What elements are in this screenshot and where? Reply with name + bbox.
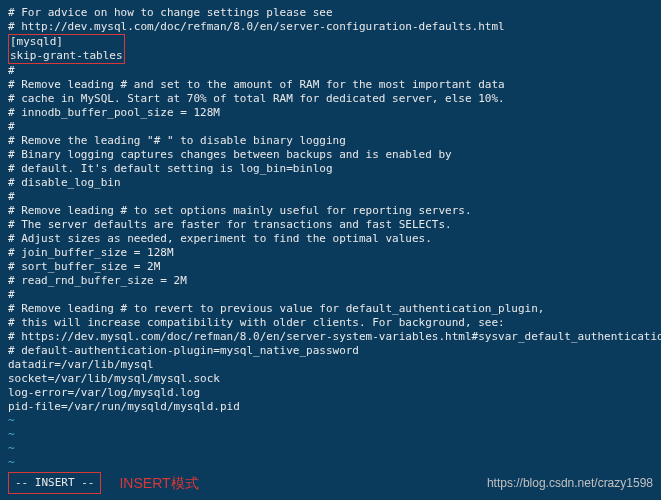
terminal-editor[interactable]: # For advice on how to change settings p… [0, 0, 661, 500]
config-line: # [8, 120, 653, 134]
config-line: # this will increase compatibility with … [8, 316, 653, 330]
mode-label: INSERT模式 [119, 476, 198, 490]
config-line: # read_rnd_buffer_size = 2M [8, 274, 653, 288]
config-line: log-error=/var/log/mysqld.log [8, 386, 653, 400]
section-highlight: [mysqld]skip-grant-tables [8, 34, 125, 64]
config-line: # Adjust sizes as needed, experiment to … [8, 232, 653, 246]
section-header: [mysqld] [10, 35, 63, 48]
config-line: # The server defaults are faster for tra… [8, 218, 653, 232]
config-line: socket=/var/lib/mysql/mysql.sock [8, 372, 653, 386]
config-line: # Remove the leading "# " to disable bin… [8, 134, 653, 148]
skip-grant-tables: skip-grant-tables [10, 49, 123, 62]
config-line: # Binary logging captures changes betwee… [8, 148, 653, 162]
tilde-line: ~ [8, 428, 653, 442]
tilde-line: ~ [8, 456, 653, 470]
tilde-line: ~ [8, 442, 653, 456]
watermark: https://blog.csdn.net/crazy1598 [487, 476, 653, 490]
config-line: # default. It's default setting is log_b… [8, 162, 653, 176]
config-line: # disable_log_bin [8, 176, 653, 190]
config-line: # default-authentication-plugin=mysql_na… [8, 344, 653, 358]
config-line: # https://dev.mysql.com/doc/refman/8.0/e… [8, 330, 653, 344]
config-line: # [8, 190, 653, 204]
config-line: # For advice on how to change settings p… [8, 6, 653, 20]
config-line: # http://dev.mysql.com/doc/refman/8.0/en… [8, 20, 653, 34]
config-line: # sort_buffer_size = 2M [8, 260, 653, 274]
mode-indicator: -- INSERT -- [8, 472, 101, 494]
config-line: # join_buffer_size = 128M [8, 246, 653, 260]
config-line: datadir=/var/lib/mysql [8, 358, 653, 372]
tilde-line: ~ [8, 414, 653, 428]
config-line: # [8, 288, 653, 302]
config-line: # cache in MySQL. Start at 70% of total … [8, 92, 653, 106]
config-line: # Remove leading # to revert to previous… [8, 302, 653, 316]
config-line: # [8, 64, 653, 78]
config-line: pid-file=/var/run/mysqld/mysqld.pid [8, 400, 653, 414]
config-line: # innodb_buffer_pool_size = 128M [8, 106, 653, 120]
config-line: # Remove leading # to set options mainly… [8, 204, 653, 218]
mode-text: -- INSERT -- [15, 476, 94, 489]
config-line: # Remove leading # and set to the amount… [8, 78, 653, 92]
